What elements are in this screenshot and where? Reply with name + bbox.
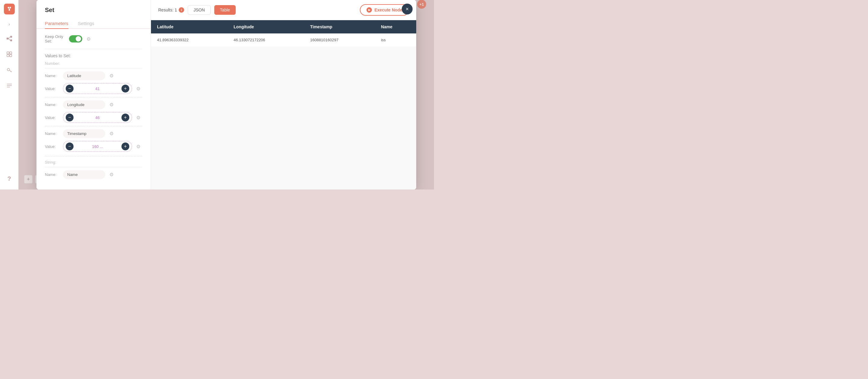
execute-play-icon: ▶ bbox=[367, 7, 372, 13]
svg-point-2 bbox=[8, 9, 10, 11]
number-section-label: Number: bbox=[45, 61, 142, 66]
results-table: Latitude Longitude Timestamp Name 41.896… bbox=[151, 20, 416, 189]
keep-only-set-toggle[interactable] bbox=[69, 35, 82, 42]
latitude-value: 41 bbox=[75, 87, 120, 91]
latitude-value-label: Value: bbox=[45, 87, 63, 91]
timestamp-value-gear[interactable]: ⚙ bbox=[134, 143, 142, 150]
latitude-value-row: Value: − 41 + ⚙ bbox=[45, 83, 142, 94]
left-panel: Set Parameters Settings Keep Only Set: ⚙ bbox=[36, 0, 151, 189]
latitude-value-control: − 41 + bbox=[63, 83, 132, 94]
timestamp-name-gear[interactable]: ⚙ bbox=[107, 130, 116, 138]
set-node-modal: × Set Parameters Settings Keep Only Set:… bbox=[36, 0, 416, 189]
latitude-decrement[interactable]: − bbox=[66, 85, 73, 93]
timestamp-value-label: Value: bbox=[45, 144, 63, 149]
results-count: Results: 1 bbox=[158, 7, 177, 12]
name-label: Name: bbox=[45, 172, 63, 177]
svg-rect-10 bbox=[7, 52, 9, 54]
keep-only-set-row: Keep Only Set: ⚙ bbox=[45, 34, 142, 43]
tab-settings[interactable]: Settings bbox=[78, 19, 94, 29]
results-label: Results: 1 i bbox=[158, 7, 184, 13]
grid-icon[interactable] bbox=[4, 50, 14, 59]
json-view-button[interactable]: JSON bbox=[188, 5, 210, 15]
longitude-name-gear[interactable]: ⚙ bbox=[107, 101, 116, 109]
latitude-name-label: Name: bbox=[45, 73, 63, 78]
cell-name: iss bbox=[375, 33, 416, 46]
timestamp-increment[interactable]: + bbox=[121, 143, 129, 150]
timestamp-value-control: − 160 ... + bbox=[63, 141, 132, 152]
values-to-set-label: Values to Set: bbox=[45, 53, 142, 58]
svg-point-1 bbox=[9, 7, 11, 8]
tab-parameters[interactable]: Parameters bbox=[45, 19, 68, 29]
longitude-name-input[interactable] bbox=[63, 100, 105, 109]
timestamp-value: 160 ... bbox=[75, 144, 120, 149]
sidebar: › ? bbox=[0, 0, 19, 189]
info-icon[interactable]: i bbox=[179, 7, 184, 13]
longitude-field-group: Name: ⚙ Value: − 46 + ⚙ bbox=[45, 100, 142, 123]
col-name: Name bbox=[375, 20, 416, 33]
latitude-increment[interactable]: + bbox=[121, 85, 129, 93]
latitude-value-gear[interactable]: ⚙ bbox=[134, 85, 142, 93]
timestamp-decrement[interactable]: − bbox=[66, 143, 73, 150]
svg-point-0 bbox=[7, 7, 9, 8]
svg-point-14 bbox=[7, 68, 10, 71]
latitude-name-input[interactable] bbox=[63, 71, 105, 80]
longitude-value-label: Value: bbox=[45, 116, 63, 120]
help-icon[interactable]: ? bbox=[4, 174, 14, 184]
keep-only-set-gear[interactable]: ⚙ bbox=[85, 35, 93, 43]
longitude-name-label: Name: bbox=[45, 102, 63, 107]
cell-latitude: 41.896363339322 bbox=[151, 33, 227, 46]
longitude-decrement[interactable]: − bbox=[66, 114, 73, 121]
nodes-icon[interactable] bbox=[4, 34, 14, 43]
svg-line-4 bbox=[9, 8, 10, 9]
longitude-value-control: − 46 + bbox=[63, 112, 132, 123]
svg-rect-12 bbox=[7, 55, 9, 57]
results-header: Results: 1 i JSON Table ▶ Execute Node bbox=[151, 0, 416, 20]
name-name-gear[interactable]: ⚙ bbox=[107, 171, 116, 179]
col-latitude: Latitude bbox=[151, 20, 227, 33]
close-button[interactable]: × bbox=[402, 4, 412, 14]
name-name-input[interactable] bbox=[63, 170, 105, 179]
name-name-row: Name: ⚙ bbox=[45, 170, 142, 179]
latitude-name-row: Name: ⚙ bbox=[45, 71, 142, 80]
svg-rect-5 bbox=[7, 38, 8, 39]
longitude-name-row: Name: ⚙ bbox=[45, 100, 142, 109]
modal-overlay: × Set Parameters Settings Keep Only Set:… bbox=[19, 0, 434, 189]
timestamp-name-input[interactable] bbox=[63, 129, 105, 138]
timestamp-field-group: Name: ⚙ Value: − 160 ... + ⚙ bbox=[45, 129, 142, 152]
svg-rect-7 bbox=[10, 39, 12, 41]
panel-tabs: Parameters Settings bbox=[36, 19, 151, 29]
col-longitude: Longitude bbox=[227, 20, 304, 33]
app-logo[interactable] bbox=[4, 4, 15, 14]
sidebar-toggle[interactable]: › bbox=[6, 21, 13, 28]
string-section-label: String: bbox=[45, 160, 142, 164]
timestamp-name-row: Name: ⚙ bbox=[45, 129, 142, 138]
svg-rect-6 bbox=[10, 36, 12, 38]
list-icon[interactable] bbox=[4, 81, 14, 90]
table-view-button[interactable]: Table bbox=[214, 5, 236, 15]
svg-line-8 bbox=[8, 37, 10, 38]
timestamp-name-label: Name: bbox=[45, 131, 63, 136]
table-header-row: Latitude Longitude Timestamp Name bbox=[151, 20, 416, 33]
latitude-name-gear[interactable]: ⚙ bbox=[107, 72, 116, 80]
panel-title: Set bbox=[36, 0, 151, 13]
col-timestamp: Timestamp bbox=[304, 20, 375, 33]
table-row: 41.896363339322 46.133072172206 16088101… bbox=[151, 33, 416, 46]
svg-rect-13 bbox=[10, 55, 12, 57]
longitude-value-gear[interactable]: ⚙ bbox=[134, 114, 142, 121]
name-field-group: Name: ⚙ bbox=[45, 170, 142, 179]
longitude-value-row: Value: − 46 + ⚙ bbox=[45, 112, 142, 123]
longitude-value: 46 bbox=[75, 116, 120, 120]
keep-only-set-label: Keep Only Set: bbox=[45, 34, 69, 43]
latitude-field-group: Name: ⚙ Value: − 41 + ⚙ bbox=[45, 71, 142, 94]
execute-btn-label: Execute Node bbox=[374, 7, 402, 12]
svg-line-15 bbox=[9, 70, 12, 72]
svg-line-9 bbox=[8, 38, 10, 40]
svg-rect-11 bbox=[10, 52, 12, 54]
panel-content: Keep Only Set: ⚙ Values to Set: Number: bbox=[36, 29, 151, 189]
cell-timestamp: 1608810160297 bbox=[304, 33, 375, 46]
right-panel: Results: 1 i JSON Table ▶ Execute Node L… bbox=[151, 0, 416, 189]
timestamp-value-row: Value: − 160 ... + ⚙ bbox=[45, 141, 142, 152]
key-icon[interactable] bbox=[4, 65, 14, 75]
cell-longitude: 46.133072172206 bbox=[227, 33, 304, 46]
longitude-increment[interactable]: + bbox=[121, 114, 129, 121]
